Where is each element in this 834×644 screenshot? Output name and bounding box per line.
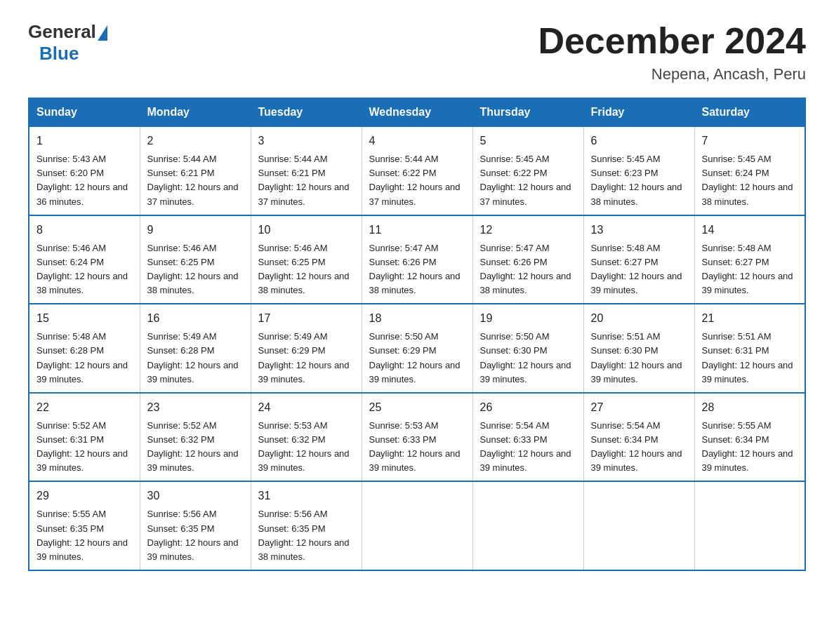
day-info: Sunrise: 5:46 AMSunset: 6:25 PMDaylight:…	[147, 243, 239, 295]
day-info: Sunrise: 5:46 AMSunset: 6:24 PMDaylight:…	[37, 243, 128, 295]
calendar-week-row: 22Sunrise: 5:52 AMSunset: 6:31 PMDayligh…	[29, 393, 805, 482]
day-number: 14	[702, 222, 798, 239]
day-info: Sunrise: 5:43 AMSunset: 6:20 PMDaylight:…	[37, 154, 128, 206]
day-info: Sunrise: 5:49 AMSunset: 6:29 PMDaylight:…	[258, 331, 350, 384]
day-number: 10	[258, 222, 355, 239]
calendar-day-cell: 21Sunrise: 5:51 AMSunset: 6:31 PMDayligh…	[694, 304, 805, 393]
day-info: Sunrise: 5:49 AMSunset: 6:28 PMDaylight:…	[147, 331, 239, 384]
day-number: 16	[147, 310, 244, 327]
day-number: 31	[258, 488, 355, 504]
day-number: 12	[480, 222, 576, 239]
calendar-day-header: Wednesday	[362, 98, 472, 126]
calendar-day-cell: 29Sunrise: 5:55 AMSunset: 6:35 PMDayligh…	[29, 481, 140, 570]
day-info: Sunrise: 5:44 AMSunset: 6:22 PMDaylight:…	[369, 154, 461, 206]
calendar-day-cell: 6Sunrise: 5:45 AMSunset: 6:23 PMDaylight…	[583, 126, 694, 215]
day-number: 20	[591, 310, 687, 327]
day-info: Sunrise: 5:47 AMSunset: 6:26 PMDaylight:…	[369, 243, 461, 295]
day-info: Sunrise: 5:48 AMSunset: 6:27 PMDaylight:…	[591, 243, 682, 295]
calendar-day-header: Monday	[140, 98, 251, 126]
calendar-day-cell: 23Sunrise: 5:52 AMSunset: 6:32 PMDayligh…	[140, 393, 251, 482]
day-number: 2	[147, 133, 244, 149]
calendar-day-cell: 19Sunrise: 5:50 AMSunset: 6:30 PMDayligh…	[472, 304, 583, 393]
title-section: December 2024 Nepena, Ancash, Peru	[538, 21, 806, 83]
day-info: Sunrise: 5:54 AMSunset: 6:34 PMDaylight:…	[591, 420, 682, 473]
day-number: 5	[480, 133, 576, 149]
calendar-day-cell	[583, 481, 694, 570]
day-number: 1	[37, 133, 133, 149]
calendar-day-cell: 15Sunrise: 5:48 AMSunset: 6:28 PMDayligh…	[29, 304, 140, 393]
day-info: Sunrise: 5:50 AMSunset: 6:30 PMDaylight:…	[480, 331, 571, 384]
day-number: 15	[37, 310, 133, 327]
day-info: Sunrise: 5:51 AMSunset: 6:31 PMDaylight:…	[702, 331, 793, 384]
day-number: 4	[369, 133, 465, 149]
day-number: 7	[702, 133, 798, 149]
day-number: 21	[702, 310, 798, 327]
day-number: 8	[37, 222, 133, 239]
day-info: Sunrise: 5:55 AMSunset: 6:34 PMDaylight:…	[702, 420, 793, 473]
day-info: Sunrise: 5:45 AMSunset: 6:24 PMDaylight:…	[702, 154, 793, 206]
calendar-day-cell: 27Sunrise: 5:54 AMSunset: 6:34 PMDayligh…	[583, 393, 694, 482]
day-info: Sunrise: 5:53 AMSunset: 6:32 PMDaylight:…	[258, 420, 350, 473]
day-number: 18	[369, 310, 465, 327]
calendar-day-cell: 30Sunrise: 5:56 AMSunset: 6:35 PMDayligh…	[140, 481, 251, 570]
calendar-day-cell: 31Sunrise: 5:56 AMSunset: 6:35 PMDayligh…	[251, 481, 362, 570]
calendar-day-cell: 1Sunrise: 5:43 AMSunset: 6:20 PMDaylight…	[29, 126, 140, 215]
calendar-day-cell: 18Sunrise: 5:50 AMSunset: 6:29 PMDayligh…	[362, 304, 472, 393]
calendar-day-header: Thursday	[472, 98, 583, 126]
day-info: Sunrise: 5:44 AMSunset: 6:21 PMDaylight:…	[147, 154, 239, 206]
calendar-day-cell: 9Sunrise: 5:46 AMSunset: 6:25 PMDaylight…	[140, 215, 251, 304]
calendar-week-row: 8Sunrise: 5:46 AMSunset: 6:24 PMDaylight…	[29, 215, 805, 304]
calendar-table: SundayMondayTuesdayWednesdayThursdayFrid…	[28, 98, 806, 571]
calendar-day-cell: 20Sunrise: 5:51 AMSunset: 6:30 PMDayligh…	[583, 304, 694, 393]
day-number: 28	[702, 399, 798, 416]
calendar-week-row: 29Sunrise: 5:55 AMSunset: 6:35 PMDayligh…	[29, 481, 805, 570]
day-info: Sunrise: 5:47 AMSunset: 6:26 PMDaylight:…	[480, 243, 571, 295]
calendar-day-cell: 8Sunrise: 5:46 AMSunset: 6:24 PMDaylight…	[29, 215, 140, 304]
day-number: 13	[591, 222, 687, 239]
day-number: 26	[480, 399, 576, 416]
day-number: 29	[37, 488, 133, 504]
calendar-day-cell: 16Sunrise: 5:49 AMSunset: 6:28 PMDayligh…	[140, 304, 251, 393]
calendar-header-row: SundayMondayTuesdayWednesdayThursdayFrid…	[29, 98, 805, 126]
day-number: 19	[480, 310, 576, 327]
calendar-day-cell	[694, 481, 805, 570]
calendar-day-header: Friday	[583, 98, 694, 126]
day-number: 25	[369, 399, 465, 416]
calendar-day-cell	[362, 481, 472, 570]
day-info: Sunrise: 5:44 AMSunset: 6:21 PMDaylight:…	[258, 154, 350, 206]
calendar-day-cell	[472, 481, 583, 570]
page-title: December 2024	[538, 21, 806, 61]
calendar-day-cell: 11Sunrise: 5:47 AMSunset: 6:26 PMDayligh…	[362, 215, 472, 304]
day-info: Sunrise: 5:50 AMSunset: 6:29 PMDaylight:…	[369, 331, 461, 384]
day-info: Sunrise: 5:51 AMSunset: 6:30 PMDaylight:…	[591, 331, 682, 384]
calendar-week-row: 15Sunrise: 5:48 AMSunset: 6:28 PMDayligh…	[29, 304, 805, 393]
page-header: General Blue December 2024 Nepena, Ancas…	[28, 21, 806, 83]
calendar-day-header: Saturday	[694, 98, 805, 126]
day-info: Sunrise: 5:56 AMSunset: 6:35 PMDaylight:…	[258, 509, 350, 561]
day-info: Sunrise: 5:52 AMSunset: 6:31 PMDaylight:…	[37, 420, 128, 473]
day-info: Sunrise: 5:52 AMSunset: 6:32 PMDaylight:…	[147, 420, 239, 473]
calendar-day-cell: 5Sunrise: 5:45 AMSunset: 6:22 PMDaylight…	[472, 126, 583, 215]
calendar-day-cell: 17Sunrise: 5:49 AMSunset: 6:29 PMDayligh…	[251, 304, 362, 393]
calendar-day-cell: 10Sunrise: 5:46 AMSunset: 6:25 PMDayligh…	[251, 215, 362, 304]
logo-triangle-icon	[98, 25, 107, 41]
calendar-day-cell: 13Sunrise: 5:48 AMSunset: 6:27 PMDayligh…	[583, 215, 694, 304]
day-info: Sunrise: 5:54 AMSunset: 6:33 PMDaylight:…	[480, 420, 571, 473]
logo: General Blue	[28, 21, 107, 65]
calendar-day-cell: 4Sunrise: 5:44 AMSunset: 6:22 PMDaylight…	[362, 126, 472, 215]
calendar-day-cell: 28Sunrise: 5:55 AMSunset: 6:34 PMDayligh…	[694, 393, 805, 482]
day-number: 3	[258, 133, 355, 149]
day-number: 11	[369, 222, 465, 239]
day-info: Sunrise: 5:48 AMSunset: 6:28 PMDaylight:…	[37, 331, 128, 384]
calendar-day-cell: 22Sunrise: 5:52 AMSunset: 6:31 PMDayligh…	[29, 393, 140, 482]
calendar-day-cell: 25Sunrise: 5:53 AMSunset: 6:33 PMDayligh…	[362, 393, 472, 482]
calendar-week-row: 1Sunrise: 5:43 AMSunset: 6:20 PMDaylight…	[29, 126, 805, 215]
day-info: Sunrise: 5:55 AMSunset: 6:35 PMDaylight:…	[37, 509, 128, 561]
calendar-day-header: Sunday	[29, 98, 140, 126]
day-info: Sunrise: 5:45 AMSunset: 6:22 PMDaylight:…	[480, 154, 571, 206]
day-info: Sunrise: 5:46 AMSunset: 6:25 PMDaylight:…	[258, 243, 350, 295]
calendar-day-cell: 2Sunrise: 5:44 AMSunset: 6:21 PMDaylight…	[140, 126, 251, 215]
calendar-day-cell: 12Sunrise: 5:47 AMSunset: 6:26 PMDayligh…	[472, 215, 583, 304]
logo-blue-text: Blue	[39, 43, 79, 65]
day-info: Sunrise: 5:48 AMSunset: 6:27 PMDaylight:…	[702, 243, 793, 295]
